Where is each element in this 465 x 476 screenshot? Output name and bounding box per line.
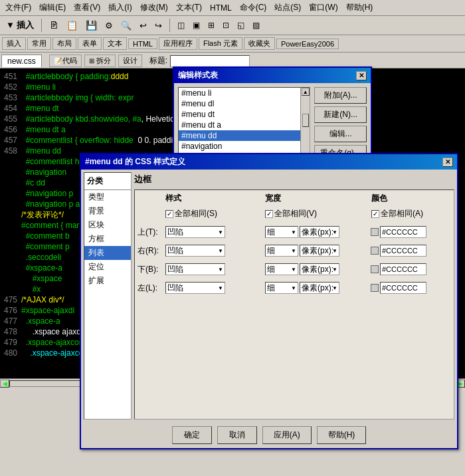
tb-icon9[interactable]: ▣ bbox=[189, 19, 203, 32]
edit-btn[interactable]: 编辑... bbox=[314, 126, 367, 142]
width-top-select[interactable]: 细 ▼ bbox=[265, 226, 298, 238]
css-item-2[interactable]: #menu dt bbox=[179, 109, 310, 120]
unit-bottom-select[interactable]: 像素(px): ▼ bbox=[300, 263, 339, 275]
style-bottom-select[interactable]: 凹陷 ▼ bbox=[165, 263, 225, 275]
tb2-app[interactable]: 应用程序 bbox=[159, 37, 197, 50]
tb-icon7[interactable]: ↪ bbox=[151, 18, 165, 33]
unit-top-select[interactable]: 像素(px): ▼ bbox=[300, 226, 339, 238]
title-input[interactable] bbox=[170, 55, 250, 67]
tb2-common[interactable]: 常用 bbox=[27, 37, 51, 50]
new-btn[interactable]: 新建(N)... bbox=[314, 106, 367, 123]
width-left-select[interactable]: 细 ▼ bbox=[265, 282, 298, 294]
tb-icon12[interactable]: ◱ bbox=[234, 19, 248, 32]
dialog2-close-btn[interactable]: ✕ bbox=[442, 158, 453, 167]
style-right-group: 凹陷 ▼ bbox=[165, 245, 262, 257]
style-left-select[interactable]: 凹陷 ▼ bbox=[165, 282, 225, 294]
toolbar2: 插入 常用 布局 表单 文本 HTML 应用程序 Flash 元素 收藏夹 Po… bbox=[0, 35, 465, 53]
unit-left-select[interactable]: 像素(px): ▼ bbox=[300, 282, 339, 294]
unit-right-select[interactable]: 像素(px): ▼ bbox=[300, 245, 339, 257]
color-bottom-input[interactable] bbox=[380, 263, 426, 275]
cat-block[interactable]: 区块 bbox=[84, 218, 131, 232]
tb-icon2[interactable]: 📋 bbox=[63, 18, 81, 33]
insert-btn[interactable]: ▼ 插入 bbox=[3, 17, 37, 33]
menu-site[interactable]: 站点(S) bbox=[270, 1, 305, 15]
tb-icon5[interactable]: 🔍 bbox=[118, 18, 135, 33]
width-top-arrow: ▼ bbox=[291, 229, 296, 235]
cat-extend[interactable]: 扩展 bbox=[84, 274, 131, 288]
scroll-left-btn[interactable]: ◀ bbox=[0, 380, 9, 388]
cancel-btn[interactable]: 取消 bbox=[217, 426, 257, 444]
view-design-btn[interactable]: 设计 bbox=[118, 55, 142, 67]
css-item-3[interactable]: #menu dt a bbox=[179, 120, 310, 130]
color-left-swatch[interactable] bbox=[371, 284, 379, 292]
width-right-select[interactable]: 细 ▼ bbox=[265, 245, 298, 257]
border-row-bottom: 下(B): 凹陷 ▼ 细 ▼ 像素(px): bbox=[138, 263, 451, 275]
cat-list-item[interactable]: 列表 bbox=[84, 246, 131, 260]
tb2-insert[interactable]: 插入 bbox=[2, 37, 26, 50]
style-right-select[interactable]: 凹陷 ▼ bbox=[165, 245, 225, 257]
tb-icon4[interactable]: ⚙ bbox=[102, 18, 116, 33]
style-all-same-checkbox[interactable] bbox=[165, 210, 173, 218]
menu-file[interactable]: 文件(F) bbox=[1, 1, 35, 15]
menubar: 文件(F) 编辑(E) 查看(V) 插入(I) 修改(M) 文本(T) HTML… bbox=[0, 0, 465, 16]
cat-type[interactable]: 类型 bbox=[84, 190, 131, 204]
color-top-swatch[interactable] bbox=[371, 228, 379, 236]
menu-text[interactable]: 文本(T) bbox=[172, 1, 206, 15]
tb-icon13[interactable]: ▨ bbox=[249, 19, 263, 32]
color-col-header: 颜色 bbox=[371, 193, 451, 204]
width-bottom-arrow: ▼ bbox=[291, 267, 296, 273]
css-item-4[interactable]: #menu dd bbox=[179, 130, 310, 141]
tb-icon8[interactable]: ◫ bbox=[174, 19, 188, 32]
tb2-form[interactable]: 表单 bbox=[78, 37, 102, 50]
tab-newcss[interactable]: new.css bbox=[1, 55, 42, 67]
style-top-select[interactable]: 凹陷 ▼ bbox=[165, 226, 225, 238]
width-bottom-select[interactable]: 细 ▼ bbox=[265, 263, 298, 275]
append-btn[interactable]: 附加(A)... bbox=[314, 87, 367, 104]
cat-bg[interactable]: 背景 bbox=[84, 204, 131, 218]
menu-command[interactable]: 命令(C) bbox=[236, 1, 271, 15]
tb2-fav[interactable]: 收藏夹 bbox=[244, 37, 275, 50]
color-left-input[interactable] bbox=[380, 282, 426, 294]
color-all-same-checkbox[interactable] bbox=[371, 210, 379, 218]
menu-help[interactable]: 帮助(H) bbox=[342, 1, 377, 15]
help-btn[interactable]: 帮助(H) bbox=[317, 426, 367, 444]
menu-window[interactable]: 窗口(W) bbox=[305, 1, 341, 15]
view-code-btn[interactable]: 📝 代码 bbox=[49, 55, 82, 67]
dialog1-close-btn[interactable]: ✕ bbox=[356, 71, 367, 80]
style-all-same-group: 全部相同(S) bbox=[165, 208, 265, 219]
menu-view[interactable]: 查看(V) bbox=[70, 1, 104, 15]
ok-btn[interactable]: 确定 bbox=[172, 426, 212, 444]
tb2-html[interactable]: HTML bbox=[128, 39, 157, 49]
tb2-layout[interactable]: 布局 bbox=[52, 37, 76, 50]
tb-icon11[interactable]: ⊡ bbox=[219, 19, 232, 32]
css-item-1[interactable]: #menu dl bbox=[179, 98, 310, 109]
view-split-btn[interactable]: ⊞ 拆分 bbox=[84, 55, 116, 67]
color-right-swatch[interactable] bbox=[371, 247, 379, 255]
menu-insert[interactable]: 插入(I) bbox=[104, 1, 136, 15]
color-bottom-group bbox=[371, 263, 426, 275]
tb2-pe[interactable]: PowerEasy2006 bbox=[276, 39, 339, 49]
tb-icon3[interactable]: 💾 bbox=[82, 18, 100, 33]
css-scroll-up-btn[interactable]: ▲ bbox=[302, 88, 310, 96]
css-item-5[interactable]: #navigation bbox=[179, 141, 310, 152]
cat-box[interactable]: 方框 bbox=[84, 232, 131, 246]
width-all-same-checkbox[interactable] bbox=[265, 210, 273, 218]
color-right-input[interactable] bbox=[380, 245, 426, 257]
menu-edit[interactable]: 编辑(E) bbox=[35, 1, 70, 15]
color-top-input[interactable] bbox=[380, 226, 426, 238]
css-scroll-thumb[interactable] bbox=[302, 114, 309, 127]
menu-html[interactable]: HTML bbox=[206, 2, 236, 14]
tb2-text[interactable]: 文本 bbox=[103, 37, 127, 50]
tb-icon6[interactable]: ↩ bbox=[136, 18, 150, 33]
cat-position[interactable]: 定位 bbox=[84, 260, 131, 274]
css-item-0[interactable]: #menu li bbox=[179, 88, 310, 98]
color-bottom-swatch[interactable] bbox=[371, 265, 379, 273]
tb-icon10[interactable]: ⊞ bbox=[205, 19, 218, 32]
tb-icon1[interactable]: 🖹 bbox=[46, 18, 62, 33]
width-left-arrow: ▼ bbox=[291, 285, 296, 291]
menu-modify[interactable]: 修改(M) bbox=[136, 1, 172, 15]
tb2-flash[interactable]: Flash 元素 bbox=[199, 37, 242, 50]
apply-btn[interactable]: 应用(A) bbox=[262, 426, 312, 444]
toolbar-icons: 🖹 📋 💾 ⚙ 🔍 ↩ ↪ bbox=[46, 18, 165, 33]
category-panel[interactable]: 分类 类型 背景 区块 方框 列表 定位 扩展 bbox=[84, 172, 132, 419]
